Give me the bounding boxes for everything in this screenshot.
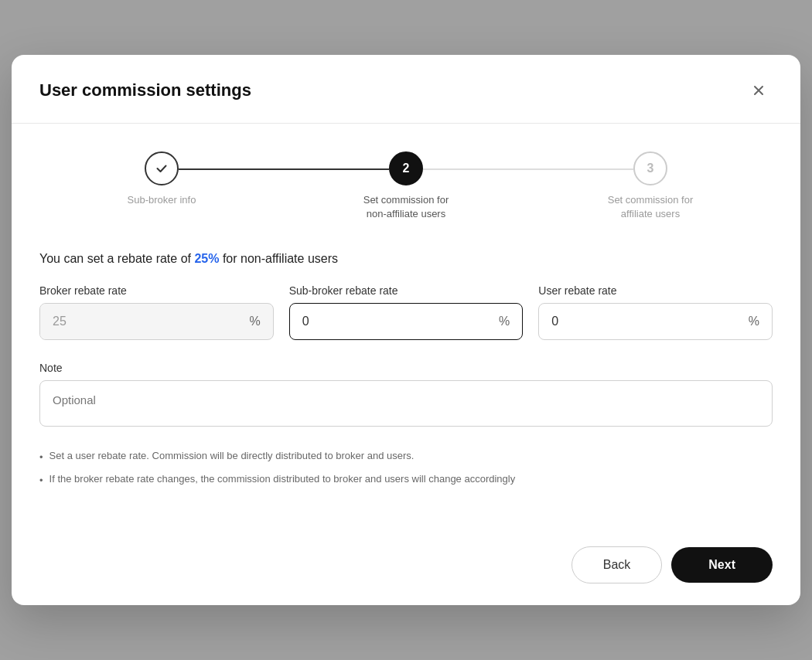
next-button[interactable]: Next: [671, 547, 773, 583]
connector-2-right: [423, 168, 528, 170]
rebate-info-suffix: for non-affiliate users: [219, 252, 338, 265]
modal-title: User commission settings: [39, 80, 251, 100]
sub-broker-rebate-input[interactable]: [290, 304, 499, 339]
step-3-label: Set commission for affiliate users: [596, 193, 705, 221]
note-label: Note: [39, 362, 773, 374]
modal-header: User commission settings: [12, 55, 800, 124]
note-section: Note: [39, 362, 773, 430]
step-3-number: 3: [647, 162, 654, 175]
step-1-label: Sub-broker info: [128, 193, 196, 207]
sub-broker-rebate-field: Sub-broker rebate rate %: [289, 284, 524, 340]
rebate-info-prefix: You can set a rebate rate of: [39, 252, 194, 265]
hint-bullet-2: •: [39, 473, 43, 488]
user-rebate-input[interactable]: [539, 304, 748, 339]
sub-broker-rebate-percent: %: [499, 304, 522, 339]
modal-overlay: User commission settings Sub-broke: [0, 0, 812, 660]
checkmark-icon: [155, 162, 169, 175]
hint-item-1: • Set a user rebate rate. Commission wil…: [39, 448, 773, 465]
hint-item-2: • If the broker rebate rate changes, the…: [39, 471, 773, 488]
step-2-circle: 2: [389, 151, 423, 185]
broker-rebate-input-wrapper: %: [39, 303, 274, 340]
hint-text-1: Set a user rebate rate. Commission will …: [49, 448, 415, 464]
step-2-number: 2: [403, 162, 410, 175]
hint-text-2: If the broker rebate rate changes, the c…: [49, 471, 516, 487]
user-rebate-label: User rebate rate: [538, 284, 773, 297]
connector-2-left: [284, 168, 389, 170]
broker-rebate-label: Broker rebate rate: [39, 284, 274, 297]
sub-broker-rebate-input-wrapper[interactable]: %: [289, 303, 524, 340]
close-button[interactable]: [745, 77, 773, 104]
stepper: Sub-broker info 2 Set commission for non…: [39, 151, 773, 221]
step-1-circle: [145, 151, 179, 185]
back-button[interactable]: Back: [571, 546, 663, 583]
step-2-label: Set commission for non-affiliate users: [352, 193, 460, 221]
user-rebate-field: User rebate rate %: [538, 284, 773, 340]
connector-3-left: [528, 168, 633, 170]
fields-row: Broker rebate rate % Sub-broker rebate r…: [39, 284, 773, 340]
stepper-item-2: 2 Set commission for non-affiliate users: [284, 151, 528, 221]
rebate-percent: 25%: [194, 252, 219, 265]
broker-rebate-percent: %: [249, 304, 272, 339]
rebate-info: You can set a rebate rate of 25% for non…: [39, 252, 773, 266]
step-3-circle: 3: [633, 151, 667, 185]
user-rebate-percent: %: [749, 304, 772, 339]
modal: User commission settings Sub-broke: [12, 55, 800, 605]
hint-bullet-1: •: [39, 450, 43, 465]
stepper-item-1: Sub-broker info: [39, 151, 284, 207]
stepper-item-3: 3 Set commission for affiliate users: [528, 151, 773, 221]
close-icon: [751, 83, 766, 98]
connector-1-right: [179, 168, 284, 170]
sub-broker-rebate-label: Sub-broker rebate rate: [289, 284, 524, 297]
broker-rebate-input: [40, 304, 249, 339]
modal-body: Sub-broker info 2 Set commission for non…: [12, 124, 800, 534]
user-rebate-input-wrapper[interactable]: %: [538, 303, 773, 340]
modal-footer: Back Next: [12, 534, 800, 605]
broker-rebate-field: Broker rebate rate %: [39, 284, 274, 340]
hints: • Set a user rebate rate. Commission wil…: [39, 448, 773, 488]
note-input[interactable]: [39, 380, 773, 427]
